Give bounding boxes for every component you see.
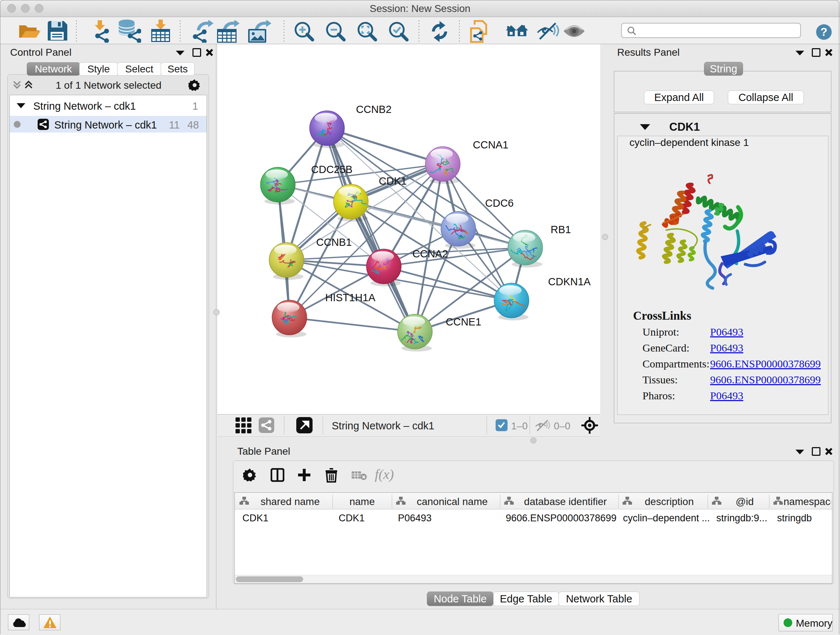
svg-text:HIST1H1A: HIST1H1A	[325, 292, 376, 303]
svg-text:CDKN1A: CDKN1A	[548, 276, 591, 287]
svg-text:CCNB2: CCNB2	[356, 103, 392, 115]
svg-text:CCNA2: CCNA2	[412, 248, 448, 260]
svg-text:CDC6: CDC6	[485, 197, 514, 209]
svg-text:RB1: RB1	[551, 224, 571, 235]
svg-text:CCNE1: CCNE1	[446, 316, 481, 328]
svg-text:CDK1: CDK1	[379, 175, 407, 187]
svg-text:CDC25B: CDC25B	[311, 164, 352, 175]
svg-text:CCNB1: CCNB1	[316, 236, 352, 248]
svg-text:CCNA1: CCNA1	[473, 139, 508, 150]
